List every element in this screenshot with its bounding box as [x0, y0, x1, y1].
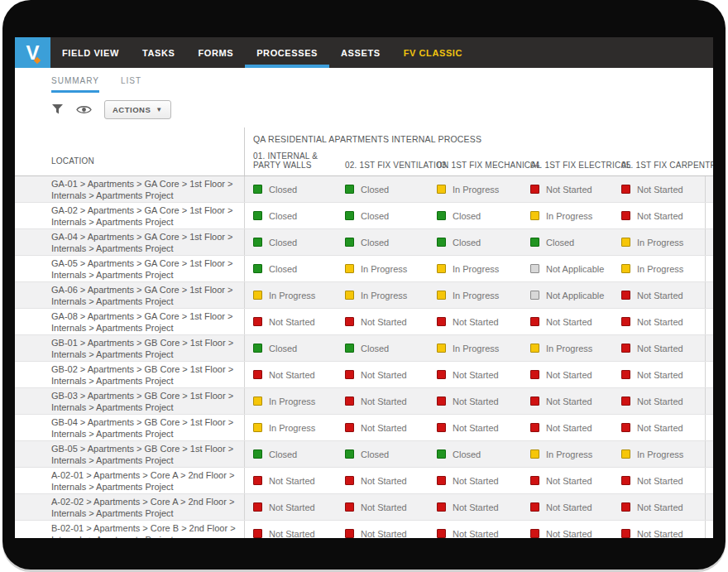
status-cell[interactable]: Not Started: [613, 362, 705, 387]
nav-tab-fv-classic[interactable]: FV CLASSIC: [392, 37, 474, 68]
filter-icon[interactable]: [51, 103, 64, 115]
status-cell[interactable]: Closed: [244, 176, 337, 202]
status-cell[interactable]: In Progress: [244, 415, 337, 440]
table-row[interactable]: A-02-02 > Apartments > Core A > 2nd Floo…: [15, 494, 713, 521]
status-cell[interactable]: Not Started: [337, 468, 429, 493]
status-cell[interactable]: Closed: [429, 203, 522, 228]
table-row[interactable]: GB-04 > Apartments > GB Core > 1st Floor…: [15, 415, 713, 441]
status-cell[interactable]: Not Started: [522, 309, 613, 334]
nav-tab-field-view[interactable]: FIELD VIEW: [50, 37, 131, 68]
sub-tab-list[interactable]: LIST: [121, 76, 141, 93]
status-cell[interactable]: In Progress: [522, 335, 613, 361]
status-cell[interactable]: Not Started: [244, 494, 337, 520]
status-cell[interactable]: Not Started: [429, 309, 522, 334]
status-chip-closed: [437, 449, 446, 459]
table-row[interactable]: GB-05 > Apartments > GB Core > 1st Floor…: [15, 441, 713, 468]
status-cell[interactable]: Not Applicable: [522, 256, 613, 281]
status-cell[interactable]: In Progress: [244, 388, 337, 414]
status-cell[interactable]: Not Applicable: [522, 282, 613, 308]
table-row[interactable]: GA-01 > Apartments > GA Core > 1st Floor…: [15, 176, 713, 203]
status-label: Not Started: [546, 476, 592, 486]
status-cell[interactable]: Not Started: [337, 362, 429, 387]
status-cell[interactable]: Closed: [244, 256, 337, 281]
status-cell[interactable]: Not Started: [244, 362, 337, 387]
status-cell[interactable]: Not Started: [613, 388, 705, 414]
status-cell[interactable]: In Progress: [429, 282, 522, 308]
nav-tab-processes[interactable]: PROCESSES: [245, 37, 329, 68]
table-row[interactable]: B-02-01 > Apartments > Core B > 2nd Floo…: [15, 521, 713, 538]
status-cell[interactable]: Not Started: [429, 468, 522, 493]
status-cell[interactable]: Not Started: [613, 203, 705, 228]
status-cell[interactable]: Not Started: [337, 415, 429, 440]
status-cell[interactable]: Not Started: [244, 468, 337, 493]
status-cell[interactable]: Closed: [244, 229, 337, 255]
status-cell[interactable]: Closed: [337, 203, 429, 228]
status-cell[interactable]: Not Started: [613, 494, 705, 520]
status-cell[interactable]: Not Started: [522, 415, 613, 440]
status-cell[interactable]: Not Started: [613, 335, 705, 361]
status-cell[interactable]: Not Started: [429, 415, 522, 440]
status-cell[interactable]: In Progress: [337, 256, 429, 281]
status-cell[interactable]: In Progress: [613, 441, 705, 467]
status-cell[interactable]: Closed: [337, 229, 429, 255]
status-cell[interactable]: Not Started: [429, 362, 522, 387]
status-cell[interactable]: In Progress: [244, 282, 337, 308]
actions-button[interactable]: ACTIONS ▼: [104, 100, 171, 119]
status-cell[interactable]: In Progress: [522, 441, 613, 467]
table-row[interactable]: GA-06 > Apartments > GA Core > 1st Floor…: [15, 282, 713, 309]
nav-tab-forms[interactable]: FORMS: [186, 37, 245, 68]
table-row[interactable]: GA-05 > Apartments > GA Core > 1st Floor…: [15, 256, 713, 282]
status-cell[interactable]: Not Started: [613, 521, 705, 538]
status-cell[interactable]: Closed: [244, 441, 337, 467]
status-cell[interactable]: Not Started: [613, 468, 705, 493]
status-cell[interactable]: Closed: [244, 335, 337, 361]
status-cell[interactable]: Not Started: [613, 309, 705, 334]
status-cell[interactable]: In Progress: [337, 282, 429, 308]
status-cell[interactable]: Not Started: [244, 521, 337, 538]
status-cell[interactable]: Not Started: [613, 415, 705, 440]
status-cell[interactable]: Not Started: [337, 521, 429, 538]
status-cell[interactable]: Not Started: [613, 176, 705, 202]
status-cell[interactable]: In Progress: [429, 176, 522, 202]
status-cell[interactable]: In Progress: [613, 256, 705, 281]
status-cell[interactable]: In Progress: [522, 203, 613, 228]
status-cell[interactable]: Not Started: [244, 309, 337, 334]
table-row[interactable]: A-02-01 > Apartments > Core A > 2nd Floo…: [15, 468, 713, 494]
sub-tab-summary[interactable]: SUMMARY: [51, 76, 99, 93]
nav-tab-tasks[interactable]: TASKS: [131, 37, 186, 68]
eye-icon[interactable]: [76, 104, 92, 115]
table-row[interactable]: GA-04 > Apartments > GA Core > 1st Floor…: [15, 229, 713, 256]
table-row[interactable]: GA-08 > Apartments > GA Core > 1st Floor…: [15, 309, 713, 335]
status-cell[interactable]: In Progress: [429, 335, 522, 361]
status-cell[interactable]: Closed: [429, 229, 522, 255]
status-cell[interactable]: In Progress: [613, 229, 705, 255]
status-cell[interactable]: Not Started: [522, 494, 613, 520]
table-row[interactable]: GB-02 > Apartments > GB Core > 1st Floor…: [15, 362, 713, 388]
status-cell[interactable]: In Progress: [429, 256, 522, 281]
status-cell[interactable]: Not Started: [429, 494, 522, 520]
status-cell[interactable]: Not Started: [337, 494, 429, 520]
status-cell[interactable]: Closed: [337, 176, 429, 202]
status-cell[interactable]: Closed: [429, 441, 522, 467]
status-cell[interactable]: Not Started: [522, 468, 613, 493]
status-cell[interactable]: Not Started: [522, 521, 613, 538]
status-cell[interactable]: Not Started: [429, 521, 522, 538]
status-cell[interactable]: Closed: [337, 335, 429, 361]
status-cell[interactable]: Not Started: [337, 388, 429, 414]
fieldview-logo[interactable]: V: [15, 37, 50, 68]
status-cell[interactable]: Not Started: [522, 362, 613, 387]
status-cell[interactable]: Closed: [244, 203, 337, 228]
status-cell[interactable]: Closed: [337, 441, 429, 467]
table-row[interactable]: GB-03 > Apartments > GB Core > 1st Floor…: [15, 388, 713, 415]
nav-tab-assets[interactable]: ASSETS: [329, 37, 392, 68]
status-cell[interactable]: Not Started: [613, 282, 705, 308]
status-cell[interactable]: Closed: [522, 229, 613, 255]
status-cell[interactable]: Not Started: [522, 176, 613, 202]
status-cell[interactable]: Not Started: [337, 309, 429, 334]
status-chip-not-started: [345, 423, 354, 432]
status-cell[interactable]: Not Started: [429, 388, 522, 414]
clipped-cell-sliver: [705, 362, 713, 387]
table-row[interactable]: GA-02 > Apartments > GA Core > 1st Floor…: [15, 203, 713, 229]
table-row[interactable]: GB-01 > Apartments > GB Core > 1st Floor…: [15, 335, 713, 362]
status-cell[interactable]: Not Started: [522, 388, 613, 414]
